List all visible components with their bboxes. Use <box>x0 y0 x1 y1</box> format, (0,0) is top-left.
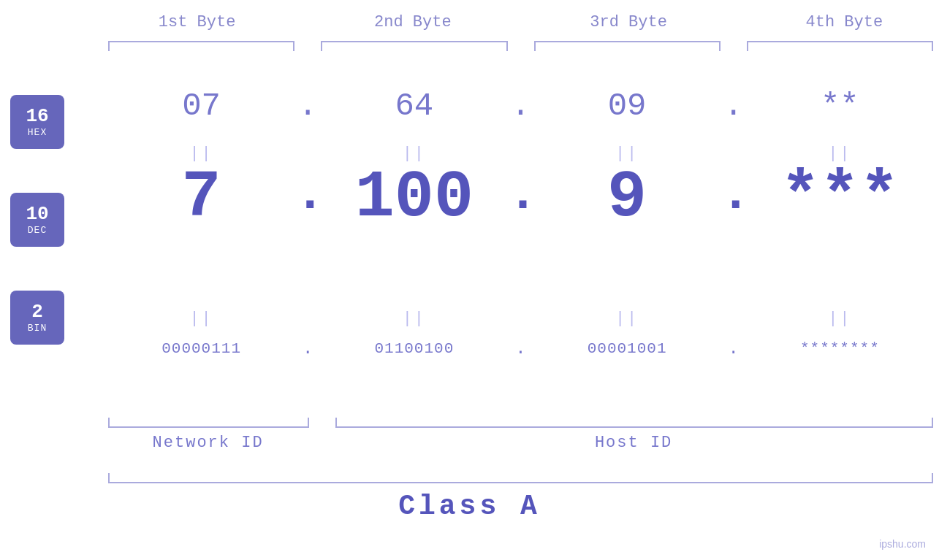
dec-val-1: 7 <box>108 165 294 231</box>
dot-hex-2: . <box>508 88 534 124</box>
bottom-labels-row: Network ID Host ID <box>102 434 939 452</box>
host-id-label: Host ID <box>334 434 933 452</box>
badge-hex-number: 16 <box>26 106 48 127</box>
badge-hex-label: HEX <box>28 127 47 138</box>
dot-dec-1: . <box>294 166 321 231</box>
bracket-3 <box>534 41 721 51</box>
dec-val-2: 100 <box>321 165 507 231</box>
badge-dec: 10 DEC <box>10 193 64 247</box>
equal-2-col1: || <box>108 310 294 328</box>
bracket-net <box>108 418 309 428</box>
bin-val-1: 00000111 <box>108 340 294 357</box>
hex-val-1: 07 <box>108 88 294 124</box>
bottom-brackets-row <box>102 418 939 428</box>
byte-header-2: 2nd Byte <box>318 13 507 31</box>
byte-header-3: 3rd Byte <box>534 13 723 31</box>
equal-2-col3: || <box>534 310 721 328</box>
byte-headers-row: 1st Byte 2nd Byte 3rd Byte 4th Byte <box>102 13 939 31</box>
bin-row: 00000111 . 01100100 . 00001001 . *******… <box>102 339 939 358</box>
equal-2-col2: || <box>321 310 507 328</box>
class-label: Class A <box>0 491 939 522</box>
bin-val-2: 01100100 <box>321 340 507 357</box>
badge-hex: 16 HEX <box>10 95 64 149</box>
bracket-4 <box>747 41 933 51</box>
badges-column: 16 HEX 10 DEC 2 BIN <box>10 95 64 345</box>
dec-val-3: 9 <box>534 165 721 231</box>
class-bracket <box>108 473 933 483</box>
brand-label: ipshu.com <box>879 538 926 550</box>
dot-bin-3: . <box>721 339 747 358</box>
badge-bin-label: BIN <box>28 323 47 334</box>
hex-val-3: 09 <box>534 88 721 124</box>
badge-dec-number: 10 <box>26 204 48 225</box>
badge-bin-number: 2 <box>31 302 43 323</box>
bracket-1 <box>108 41 294 51</box>
dot-bin-2: . <box>508 339 534 358</box>
badge-bin: 2 BIN <box>10 291 64 345</box>
dot-bin-1: . <box>294 339 321 358</box>
dec-val-4: *** <box>747 165 933 231</box>
network-id-label: Network ID <box>108 434 308 452</box>
dot-dec-3: . <box>721 166 747 231</box>
equal-2-col4: || <box>747 310 933 328</box>
bracket-host <box>335 418 933 428</box>
equal-row-2: || || || || <box>102 310 939 328</box>
top-brackets-row <box>102 41 939 51</box>
byte-header-4: 4th Byte <box>750 13 939 31</box>
dot-hex-3: . <box>721 88 747 124</box>
bin-val-3: 00001001 <box>534 340 721 357</box>
byte-header-1: 1st Byte <box>102 13 292 31</box>
bracket-2 <box>321 41 507 51</box>
dec-row: 7 . 100 . 9 . *** <box>102 165 939 231</box>
dot-dec-2: . <box>508 166 534 231</box>
hex-val-4: ** <box>747 88 933 124</box>
dot-hex-1: . <box>294 88 321 124</box>
badge-dec-label: DEC <box>28 225 47 236</box>
hex-val-2: 64 <box>321 88 507 124</box>
hex-row: 07 . 64 . 09 . ** <box>102 88 939 124</box>
bin-val-4: ******** <box>747 340 933 357</box>
page-layout: 1st Byte 2nd Byte 3rd Byte 4th Byte 16 H… <box>0 0 939 560</box>
